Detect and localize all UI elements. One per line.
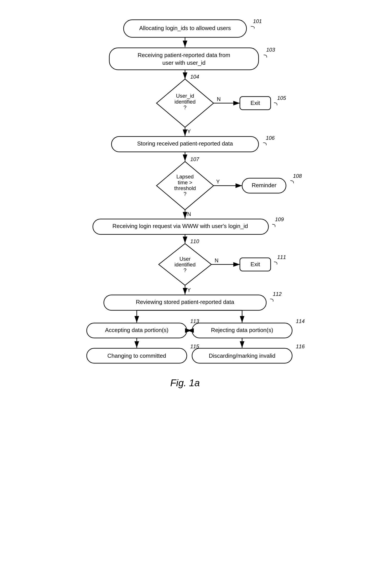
ref-112: 112 xyxy=(273,291,282,297)
node-103-label-line1: Receiving patient-reported data from xyxy=(138,52,230,58)
ref-101: 101 xyxy=(253,18,262,24)
node-101-label: Allocating login_ids to allowed users xyxy=(139,25,231,31)
node-104-label-line1: User_id xyxy=(176,93,194,99)
node-110-label-line3: ? xyxy=(183,267,186,273)
ref-108: 108 xyxy=(293,173,302,179)
node-111-label: Exit xyxy=(250,261,260,268)
ref-103: 103 xyxy=(266,47,275,53)
ref-105: 105 xyxy=(277,95,286,101)
ref-104: 104 xyxy=(190,74,199,80)
node-114-label: Rejecting data portion(s) xyxy=(211,327,273,333)
squiggle-103 xyxy=(264,55,267,57)
node-105-label: Exit xyxy=(250,100,260,106)
ref-114: 114 xyxy=(296,318,305,324)
figure-caption: Fig. 1a xyxy=(170,377,200,388)
diagram-container: Allocating login_ids to allowed users 10… xyxy=(75,9,317,553)
label-110-y: Y xyxy=(187,287,191,293)
squiggle-105 xyxy=(274,103,277,105)
ref-106: 106 xyxy=(266,135,275,141)
node-107-label-line2: time > xyxy=(178,179,192,185)
squiggle-109 xyxy=(272,224,275,227)
label-104-y: Y xyxy=(187,128,191,134)
node-104-label-line2: identified xyxy=(175,99,196,105)
squiggle-111 xyxy=(274,262,277,265)
squiggle-108 xyxy=(290,181,293,183)
node-116-label: Discarding/marking invalid xyxy=(209,352,275,359)
node-107-label-line3: threshold xyxy=(174,185,196,191)
ref-110: 110 xyxy=(190,238,199,244)
node-104-label-line3: ? xyxy=(183,105,186,110)
label-110-n: N xyxy=(215,257,218,263)
ref-111: 111 xyxy=(277,254,286,260)
label-107-n: N xyxy=(187,211,191,217)
label-107-y: Y xyxy=(216,179,220,185)
node-110-label-line1: User xyxy=(179,256,191,262)
node-113-label: Accepting data portion(s) xyxy=(105,327,168,333)
node-109-label: Receiving login request via WWW with use… xyxy=(112,223,248,229)
squiggle-112 xyxy=(270,299,273,302)
squiggle-101 xyxy=(251,26,254,29)
ref-109: 109 xyxy=(275,216,284,222)
node-103-box xyxy=(109,48,259,70)
node-107-label-line4: ? xyxy=(183,191,186,197)
label-104-n: N xyxy=(217,96,221,102)
node-110-label-line2: identified xyxy=(175,262,196,268)
node-108-label: Reminder xyxy=(252,182,277,189)
node-112-label: Reviewing stored patient-reported data xyxy=(136,299,234,305)
node-107-label-line1: Lapsed xyxy=(177,174,194,179)
squiggle-106 xyxy=(263,143,266,145)
flowchart-svg: Allocating login_ids to allowed users 10… xyxy=(75,9,317,553)
node-106-label: Storing received patient-reported data xyxy=(137,140,233,147)
node-115-label: Changing to committed xyxy=(107,352,166,359)
node-103-label-line2: user with user_id xyxy=(162,59,206,66)
ref-116: 116 xyxy=(296,343,305,349)
ref-107: 107 xyxy=(190,156,199,162)
